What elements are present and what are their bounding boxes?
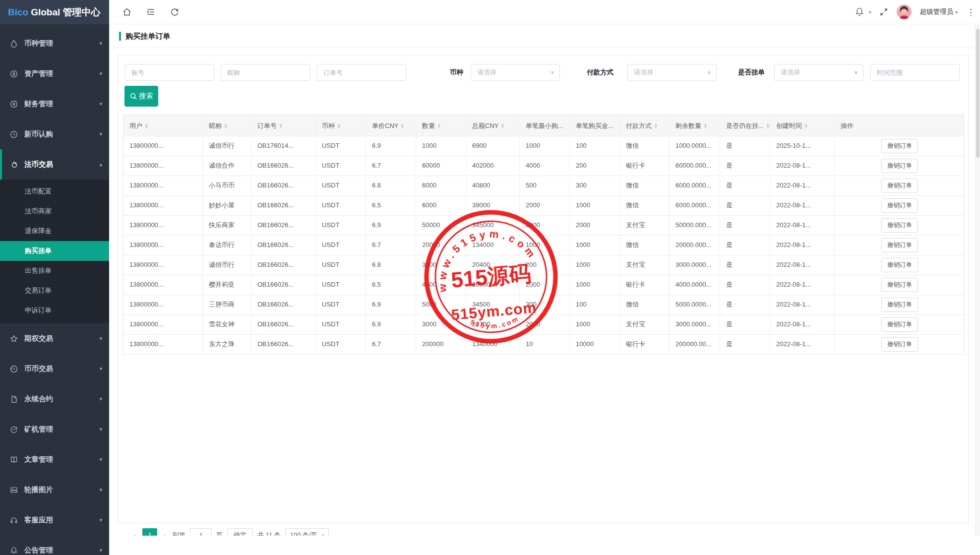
sidebar-item-coin-mgmt[interactable]: 币种管理▾ [0,28,109,59]
cancel-order-button[interactable]: 撤销订单 [881,258,918,272]
column-header[interactable]: 昵称▲▼ [203,115,251,136]
column-header[interactable]: 币种▲▼ [316,115,366,136]
table-cell: 20000.000... [670,236,720,255]
fullscreen-icon[interactable] [879,7,889,17]
sidebar-item-label: 公告管理 [24,546,99,555]
sidebar-item-label: 币种管理 [24,39,99,48]
column-header: 单笔最小购... [520,115,570,136]
sidebar-subitem-buy-orders[interactable]: 购买挂单 [0,241,109,261]
cancel-order-button[interactable]: 撤销订单 [881,298,918,312]
home-icon[interactable] [122,7,132,17]
table-row: 13800000...雪花女神OB166026...USDT6.93000207… [123,315,964,335]
sort-icon[interactable]: ▲▼ [804,123,807,128]
column-header[interactable]: 用户▲▼ [123,115,203,136]
order-no-input[interactable] [317,64,406,81]
sidebar-item-option-trade[interactable]: 期权交易▾ [0,323,109,354]
sort-icon[interactable]: ▲▼ [224,123,227,128]
sort-icon[interactable]: ▲▼ [704,123,707,128]
column-header-label: 订单号 [257,116,277,136]
sidebar-item-new-coin-subscribe[interactable]: 新币认购▾ [0,119,109,149]
column-header[interactable]: 总额CNY▲▼ [466,115,520,136]
nickname-input[interactable] [221,64,310,81]
sidebar-item-spot-trade[interactable]: 币币交易▾ [0,354,109,384]
sidebar-item-finance-mgmt[interactable]: ¥财务管理▾ [0,89,109,119]
table-cell: OB166026... [251,236,316,255]
brand-rest-text: Global 管理中心 [31,6,100,19]
coin-select[interactable]: 请选择 ▼ [471,64,560,81]
chevron-down-icon: ▼ [550,64,555,81]
table-cell: 2000 [520,196,570,215]
more-menu-icon[interactable]: ⋮ [966,8,976,16]
cancel-order-button[interactable]: 撤销订单 [881,238,918,252]
sidebar-item-article-mgmt[interactable]: 文章管理▾ [0,444,109,475]
column-header[interactable]: 单价CNY▲▼ [366,115,416,136]
chevron-down-icon: ▾ [99,456,102,463]
sort-icon[interactable]: ▲▼ [401,123,404,128]
sidebar-item-asset-mgmt[interactable]: $资产管理▾ [0,59,109,89]
table-cell-actions: 撤销订单 [835,136,965,156]
user-role[interactable]: 超级管理员 ▾ [919,7,958,16]
bell-icon[interactable] [855,7,864,17]
table-cell: 13800000... [123,176,203,195]
column-header[interactable]: 创建时间▲▼ [770,115,835,136]
table-cell: 6000 [416,196,466,215]
cancel-order-button[interactable]: 撤销订单 [881,198,918,213]
table-row: 13800000...诚信币行OB166026...USDT6.83000204… [123,255,964,275]
sidebar-item-perpetual-contract[interactable]: 永续合约▾ [0,384,109,414]
sidebar-item-announcement-mgmt[interactable]: 公告管理▾ [0,535,109,555]
cancel-order-button[interactable]: 撤销订单 [881,218,918,233]
table-cell: USDT [316,176,366,195]
sort-icon[interactable]: ▲▼ [766,123,769,128]
sidebar-item-miner-mgmt[interactable]: 矿机管理▾ [0,414,109,444]
chevron-down-icon[interactable]: ▾ [868,9,871,15]
time-range-input[interactable] [870,64,960,81]
sidebar-subitem-appeal-orders[interactable]: 申诉订单 [0,301,109,320]
scrollbar[interactable] [975,25,980,555]
table-cell: USDT [316,156,366,176]
cancel-order-button[interactable]: 撤销订单 [881,179,918,193]
scrollbar-thumb[interactable] [976,29,980,158]
table-cell: 是 [720,136,770,156]
table-cell: 2000 [520,315,570,334]
sidebar-subitem-trade-orders[interactable]: 交易订单 [0,281,109,301]
sort-icon[interactable]: ▲▼ [654,123,657,128]
sort-icon[interactable]: ▲▼ [437,123,440,128]
sidebar-item-fiat-trade[interactable]: 法币交易▴ [0,149,109,180]
payment-select[interactable]: 请选择 ▼ [627,64,717,81]
sort-icon[interactable]: ▲▼ [337,123,340,128]
cancel-order-button[interactable]: 撤销订单 [881,317,918,332]
cancel-order-button[interactable]: 撤销订单 [881,337,918,352]
refresh-icon[interactable] [170,7,180,17]
search-button[interactable]: 搜索 [124,86,158,107]
table-row: 13800000...小马币币OB166026...USDT6.86000408… [123,176,964,196]
listed-select[interactable]: 请选择 ▼ [774,64,863,81]
page-header: 购买挂单订单 [109,25,980,48]
column-header[interactable]: 数量▲▼ [416,115,466,136]
sort-icon[interactable]: ▲▼ [501,123,504,128]
table-cell: 银行卡 [620,275,670,295]
sidebar-subitem-fiat-merchant[interactable]: 法币商家 [0,201,109,221]
page-title: 购买挂单订单 [125,32,170,41]
sidebar-subitem-refund-deposit[interactable]: 退保障金 [0,221,109,241]
account-input[interactable] [125,64,214,81]
sidebar-subitem-fiat-config[interactable]: 法币配置 [0,182,109,201]
table-cell: 2022-08-1... [770,315,835,334]
cancel-order-button[interactable]: 撤销订单 [881,139,918,153]
table-cell-actions: 撤销订单 [835,216,965,235]
cancel-order-button[interactable]: 撤销订单 [881,159,918,173]
column-header[interactable]: 付款方式▲▼ [620,115,670,136]
column-header[interactable]: 订单号▲▼ [251,115,316,136]
table-row: 13800000...东方之珠OB166026...USDT6.72000001… [123,335,964,355]
sidebar-item-support-app[interactable]: 客服应用▾ [0,505,109,535]
table-cell: 微信 [620,136,670,156]
sort-icon[interactable]: ▲▼ [145,123,148,128]
column-header[interactable]: 剩余数量▲▼ [670,115,720,136]
column-header[interactable]: 是否仍在挂...▲▼ [720,115,770,136]
payment-select-value: 请选择 [634,68,653,76]
sort-icon[interactable]: ▲▼ [279,123,282,128]
collapse-menu-icon[interactable] [146,7,156,17]
avatar[interactable] [897,4,912,19]
sidebar-item-banner-images[interactable]: 轮播图片▾ [0,475,109,505]
sidebar-subitem-sell-orders[interactable]: 出售挂单 [0,261,109,281]
cancel-order-button[interactable]: 撤销订单 [881,278,918,292]
